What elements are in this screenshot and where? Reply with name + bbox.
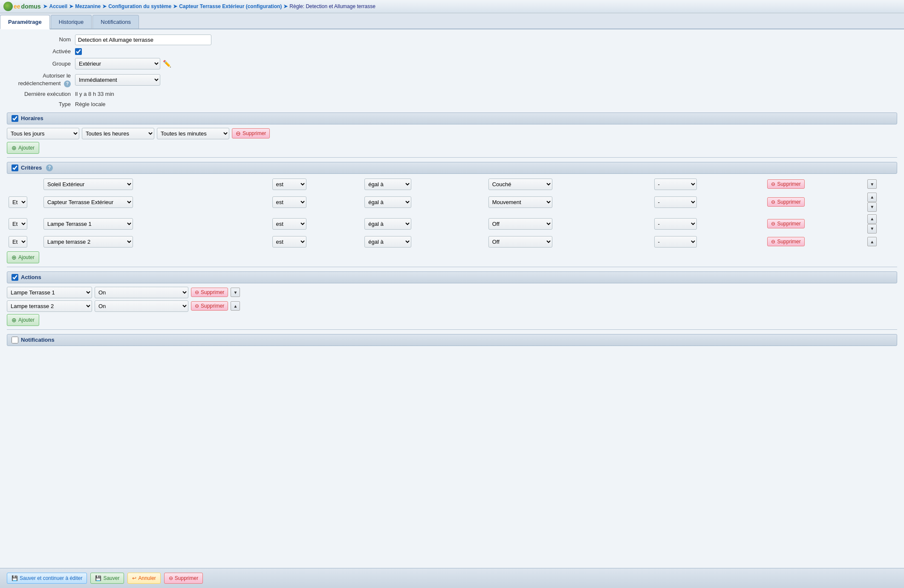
breadcrumb-config-sys[interactable]: Configuration du système xyxy=(108,3,171,9)
breadcrumb-arrow-1: ➤ xyxy=(69,3,73,9)
criteria-comparator-3[interactable]: égal à xyxy=(364,236,411,248)
derniere-execution-label: Dernière exécution xyxy=(7,90,75,98)
criteria-secondary-1[interactable]: - xyxy=(654,196,697,208)
autoriser-select[interactable]: Immédiatement xyxy=(75,74,160,86)
criteria-comparator-2[interactable]: égal à xyxy=(364,218,411,230)
cancel-button[interactable]: ↩ Annuler xyxy=(127,573,160,583)
type-row: Type Règle locale xyxy=(7,101,897,108)
criteria-down-1[interactable]: ▼ xyxy=(867,202,877,212)
delete-label: Supprimer xyxy=(175,575,198,581)
criteria-connector-2[interactable]: Et xyxy=(9,218,27,230)
horaires-ajouter-button[interactable]: ⊕ Ajouter xyxy=(7,142,39,154)
criteria-up-3[interactable]: ▲ xyxy=(867,237,877,246)
breadcrumb-capteur[interactable]: Capteur Terrasse Extérieur (configuratio… xyxy=(179,3,282,9)
minutes-select[interactable]: Toutes les minutes xyxy=(157,128,229,139)
criteria-up-2[interactable]: ▲ xyxy=(867,214,877,224)
criteria-device-3[interactable]: Lampe terrasse 2 xyxy=(43,236,133,248)
criteria-up-1[interactable]: ▲ xyxy=(867,193,877,202)
nom-input[interactable] xyxy=(75,35,211,45)
logo-domus-text: domus xyxy=(21,3,41,10)
actions-ajouter-button[interactable]: ⊕ Ajouter xyxy=(7,314,39,326)
criteria-value-3[interactable]: Off xyxy=(488,236,552,248)
action-value-1[interactable]: On xyxy=(95,300,188,312)
groupe-row: Groupe Extérieur ✏️ xyxy=(7,58,897,69)
action-device-1[interactable]: Lampe terrasse 2 xyxy=(7,300,92,312)
notifications-section-header: Notifications xyxy=(7,334,897,346)
criteria-operator-2[interactable]: est xyxy=(272,218,306,230)
criteria-table: Soleil Extérieur est égal à Couché xyxy=(7,177,897,249)
breadcrumb-mezzanine[interactable]: Mezzanine xyxy=(75,3,101,9)
tab-historique[interactable]: Historique xyxy=(51,15,92,29)
logo-ee-text: ee xyxy=(14,3,20,10)
action-up-1[interactable]: ▲ xyxy=(231,301,240,311)
horaires-supprimer-button[interactable]: ⊖ Supprimer xyxy=(232,128,270,138)
autoriser-help-icon[interactable]: ? xyxy=(64,81,71,87)
delete-button[interactable]: ⊖ Supprimer xyxy=(164,573,203,583)
criteria-comparator-1[interactable]: égal à xyxy=(364,196,411,208)
criteria-row-0: Soleil Extérieur est égal à Couché xyxy=(7,177,897,191)
activee-checkbox[interactable] xyxy=(75,48,82,55)
criteria-connector-1[interactable]: Et xyxy=(9,196,27,208)
criteria-value-2[interactable]: Off xyxy=(488,218,552,230)
action-supprimer-0[interactable]: ⊖ Supprimer xyxy=(191,288,228,297)
criteria-supprimer-2[interactable]: ⊖ Supprimer xyxy=(767,219,804,228)
criteria-secondary-2[interactable]: - xyxy=(654,218,697,230)
autoriser-label: Autoriser le redéclenchement ? xyxy=(7,72,75,87)
save-continue-button[interactable]: 💾 Sauver et continuer à éditer xyxy=(7,573,87,583)
actions-checkbox[interactable] xyxy=(12,274,18,281)
main-content: Nom Activée Groupe Extérieur ✏️ Autorise… xyxy=(0,29,904,583)
action-supprimer-1[interactable]: ⊖ Supprimer xyxy=(191,301,228,311)
save-label: Sauver xyxy=(103,575,119,581)
groupe-edit-icon[interactable]: ✏️ xyxy=(163,60,171,68)
action-row-0: Lampe Terrasse 1 On ⊖ Supprimer ▼ xyxy=(7,287,897,298)
criteria-minus-icon-2: ⊖ xyxy=(771,221,775,227)
criteria-secondary-3[interactable]: - xyxy=(654,236,697,248)
logo[interactable]: eedomus xyxy=(3,2,40,11)
save-continue-label: Sauver et continuer à éditer xyxy=(20,575,82,581)
tab-notifications[interactable]: Notifications xyxy=(92,15,139,29)
schedule-row: Tous les jours Toutes les heures Toutes … xyxy=(7,128,897,139)
criteria-operator-1[interactable]: est xyxy=(272,196,306,208)
action-minus-icon-1: ⊖ xyxy=(195,303,199,309)
save-button[interactable]: 💾 Sauver xyxy=(90,573,124,583)
criteria-down-2[interactable]: ▼ xyxy=(867,224,877,233)
type-label: Type xyxy=(7,101,75,108)
criteres-help-icon[interactable]: ? xyxy=(46,164,53,171)
criteria-row-1: Et Capteur Terrasse Extérieur est é xyxy=(7,191,897,213)
criteria-value-0[interactable]: Couché xyxy=(488,179,552,190)
nom-row: Nom xyxy=(7,35,897,45)
criteria-device-0[interactable]: Soleil Extérieur xyxy=(43,179,133,190)
breadcrumb-arrow: ➤ xyxy=(43,3,47,9)
heures-select[interactable]: Toutes les heures xyxy=(82,128,154,139)
groupe-select[interactable]: Extérieur xyxy=(75,58,160,69)
criteria-comparator-0[interactable]: égal à xyxy=(364,179,411,190)
action-device-0[interactable]: Lampe Terrasse 1 xyxy=(7,287,92,298)
criteria-supprimer-3[interactable]: ⊖ Supprimer xyxy=(767,237,804,246)
criteria-operator-0[interactable]: est xyxy=(272,179,306,190)
logo-icon xyxy=(3,2,13,11)
action-value-0[interactable]: On xyxy=(95,287,188,298)
criteria-supprimer-0[interactable]: ⊖ Supprimer xyxy=(767,179,804,189)
breadcrumb-arrow-2: ➤ xyxy=(102,3,107,9)
criteria-device-1[interactable]: Capteur Terrasse Extérieur xyxy=(43,196,133,208)
save-icon: 💾 xyxy=(95,575,101,581)
criteria-value-1[interactable]: Mouvement xyxy=(488,196,552,208)
jours-select[interactable]: Tous les jours xyxy=(7,128,79,139)
horaires-checkbox[interactable] xyxy=(12,115,18,122)
tab-parametrage[interactable]: Paramétrage xyxy=(0,15,50,29)
criteres-checkbox[interactable] xyxy=(12,164,18,171)
action-minus-icon-0: ⊖ xyxy=(195,289,199,295)
breadcrumb-accueil[interactable]: Accueil xyxy=(49,3,67,9)
footer-bar: 💾 Sauver et continuer à éditer 💾 Sauver … xyxy=(0,568,904,583)
notifications-checkbox[interactable] xyxy=(12,337,18,343)
criteria-down-0[interactable]: ▼ xyxy=(867,179,877,189)
criteria-secondary-0[interactable]: - xyxy=(654,179,697,190)
criteria-connector-3[interactable]: Et xyxy=(9,236,27,248)
criteria-device-2[interactable]: Lampe Terrasse 1 xyxy=(43,218,133,230)
criteria-operator-3[interactable]: est xyxy=(272,236,306,248)
horaires-plus-icon: ⊕ xyxy=(12,144,17,151)
criteria-supprimer-1[interactable]: ⊖ Supprimer xyxy=(767,197,804,207)
criteres-ajouter-button[interactable]: ⊕ Ajouter xyxy=(7,251,39,263)
save-continue-icon: 💾 xyxy=(12,575,18,581)
action-down-0[interactable]: ▼ xyxy=(231,288,240,297)
